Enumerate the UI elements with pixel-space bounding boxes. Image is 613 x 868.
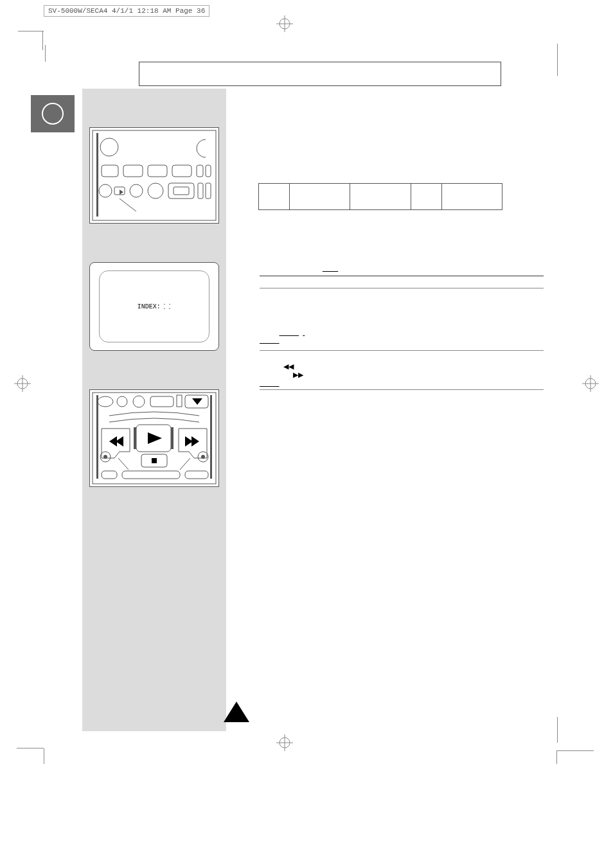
registration-mark-top <box>276 15 293 32</box>
registration-mark-left <box>14 375 31 392</box>
svg-rect-13 <box>96 133 98 217</box>
index-cell <box>259 184 290 209</box>
page-corner-triangle <box>221 699 252 725</box>
step-2 <box>242 313 544 351</box>
sidebar-tab <box>31 95 75 132</box>
crop-mark-top-right <box>557 44 558 76</box>
svg-point-52 <box>201 455 205 459</box>
lcd-display: INDEX: - -- - <box>99 270 209 342</box>
svg-rect-12 <box>93 130 216 220</box>
figure-lcd-screen: INDEX: - -- - <box>89 262 219 351</box>
svg-rect-32 <box>96 395 98 479</box>
svg-rect-46 <box>134 427 136 449</box>
sidebar-column: INDEX: - -- - <box>82 89 226 731</box>
lcd-index-label: INDEX: <box>138 303 161 310</box>
index-table <box>258 183 502 210</box>
svg-marker-60 <box>224 702 249 722</box>
index-cell <box>350 184 411 209</box>
index-cell <box>290 184 351 209</box>
svg-rect-47 <box>171 427 173 449</box>
rewind-icon: ◀◀ <box>283 362 294 370</box>
crop-mark-top-left-inner <box>45 45 46 62</box>
step-1 <box>242 249 544 288</box>
figure-transport-controls <box>89 389 219 487</box>
index-cell <box>411 184 442 209</box>
file-info-header: SV-5000W/SECA4 4/1/1 12:18 AM Page 36 <box>44 5 209 17</box>
forward-icon: ▶▶ <box>293 371 303 378</box>
page-title-box <box>139 62 501 86</box>
instruction-column: ◀◀ ▶▶ <box>242 132 544 390</box>
svg-rect-54 <box>152 458 157 463</box>
registration-mark-bottom <box>276 734 293 751</box>
index-cell <box>442 184 502 209</box>
registration-mark-right <box>582 375 599 392</box>
crop-mark-bottom-right <box>556 725 594 751</box>
crop-mark-top-left <box>18 31 44 57</box>
svg-rect-33 <box>210 395 212 479</box>
step-3: ◀◀ ▶▶ <box>242 362 544 390</box>
figure-vcr-deck <box>89 127 219 224</box>
svg-point-44 <box>103 455 107 459</box>
crop-mark-bottom-left <box>17 723 44 748</box>
